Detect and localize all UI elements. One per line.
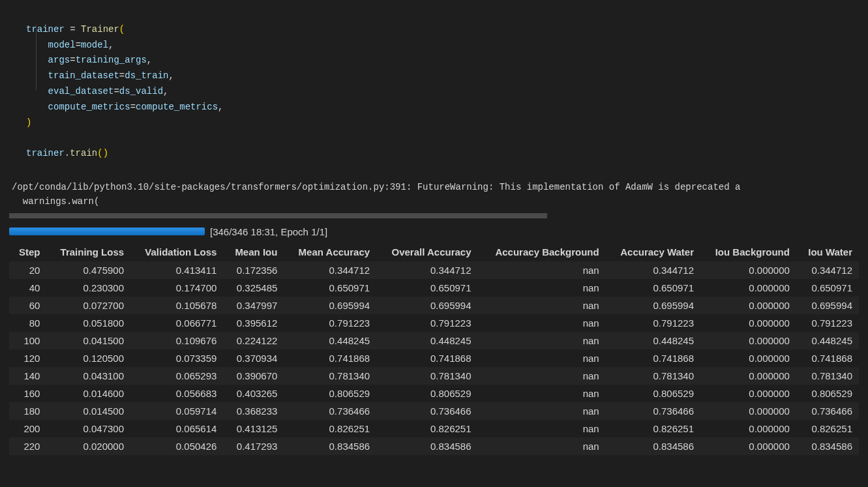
warning-line: /opt/conda/lib/python3.10/site-packages/… — [12, 182, 740, 192]
table-cell: 0.695994 — [606, 297, 700, 314]
table-cell: 0.650971 — [284, 279, 376, 297]
code-token: ( — [119, 24, 125, 35]
table-row: 800.0518000.0667710.3956120.7912230.7912… — [9, 314, 859, 332]
table-row: 2200.0200000.0504260.4172930.8345860.834… — [9, 437, 859, 455]
table-row: 600.0727000.1056780.3479970.6959940.6959… — [9, 297, 859, 314]
table-cell: 60 — [9, 297, 46, 314]
code-token: ) — [26, 117, 31, 128]
warning-output: /opt/conda/lib/python3.10/site-packages/… — [0, 173, 868, 213]
horizontal-scrollbar[interactable] — [0, 213, 868, 218]
table-cell: 0.368233 — [223, 402, 284, 420]
table-cell: 0.014600 — [46, 385, 130, 402]
table-cell: nan — [478, 314, 606, 332]
table-cell: 0.370934 — [223, 349, 284, 367]
table-cell: 0.000000 — [700, 367, 796, 385]
table-cell: 0.448245 — [284, 332, 376, 349]
table-cell: 0.781340 — [606, 367, 700, 385]
output-cell: /opt/conda/lib/python3.10/site-packages/… — [0, 173, 868, 455]
table-cell: 0.000000 — [700, 420, 796, 437]
table-cell: nan — [478, 297, 606, 314]
table-cell: nan — [478, 367, 606, 385]
metrics-table-wrap[interactable]: StepTraining LossValidation LossMean Iou… — [0, 243, 868, 455]
table-cell: 0.736466 — [796, 402, 859, 420]
table-cell: 0.073359 — [130, 349, 223, 367]
table-cell: 0.047300 — [46, 420, 130, 437]
table-cell: 0.791223 — [606, 314, 700, 332]
code-token: = — [76, 40, 81, 50]
table-cell: nan — [478, 261, 606, 279]
table-cell: 0.390670 — [223, 367, 284, 385]
table-cell: nan — [478, 349, 606, 367]
table-header-cell: Accuracy Water — [606, 243, 700, 261]
table-cell: 0.806529 — [376, 385, 477, 402]
table-cell: 80 — [9, 314, 46, 332]
warning-line: warnings.warn( — [12, 196, 99, 207]
table-cell: 0.000000 — [700, 402, 796, 420]
table-cell: 0.834586 — [606, 437, 700, 455]
table-cell: 220 — [9, 437, 46, 455]
table-header-row: StepTraining LossValidation LossMean Iou… — [9, 243, 859, 261]
code-token: . — [65, 148, 70, 158]
table-cell: 0.000000 — [700, 437, 796, 455]
table-cell: 0.448245 — [606, 332, 700, 349]
table-row: 1000.0415000.1096760.2241220.4482450.448… — [9, 332, 859, 349]
code-token: compute_metrics — [48, 102, 130, 112]
table-cell: 0.056683 — [130, 385, 223, 402]
progress-row: [346/346 18:31, Epoch 1/1] — [0, 222, 868, 243]
table-cell: 40 — [9, 279, 46, 297]
table-header-cell: Step — [9, 243, 46, 261]
code-token: eval_dataset — [48, 86, 114, 96]
code-token: args — [48, 55, 70, 65]
table-cell: 0.695994 — [284, 297, 376, 314]
code-token: = — [119, 70, 125, 81]
table-cell: nan — [478, 402, 606, 420]
table-cell: 200 — [9, 420, 46, 437]
scrollbar-thumb[interactable] — [9, 213, 547, 218]
table-cell: 0.417293 — [223, 437, 284, 455]
table-row: 400.2303000.1747000.3254850.6509710.6509… — [9, 279, 859, 297]
table-cell: 0.041500 — [46, 332, 130, 349]
table-cell: 0.448245 — [796, 332, 859, 349]
table-cell: 0.000000 — [700, 279, 796, 297]
code-token: = — [70, 55, 75, 65]
table-cell: 0.741868 — [796, 349, 859, 367]
table-cell: 0.000000 — [700, 297, 796, 314]
table-cell: 0.781340 — [796, 367, 859, 385]
table-cell: 0.736466 — [284, 402, 376, 420]
table-cell: 0.806529 — [796, 385, 859, 402]
indent-guide — [36, 25, 37, 90]
code-token: model — [81, 40, 108, 50]
table-cell: 0.413125 — [223, 420, 284, 437]
table-cell: 0.059714 — [130, 402, 223, 420]
table-cell: 0.736466 — [376, 402, 477, 420]
code-token: train_dataset — [48, 70, 119, 81]
table-cell: 0.065614 — [130, 420, 223, 437]
table-row: 2000.0473000.0656140.4131250.8262510.826… — [9, 420, 859, 437]
code-token: compute_metrics — [136, 102, 218, 112]
code-token: , — [163, 86, 168, 96]
code-token: trainer — [26, 148, 65, 158]
table-row: 200.4759000.4134110.1723560.3447120.3447… — [9, 261, 859, 279]
table-cell: 0.065293 — [130, 367, 223, 385]
code-token: Trainer — [81, 24, 119, 35]
table-cell: 0.806529 — [284, 385, 376, 402]
table-cell: 0.806529 — [606, 385, 700, 402]
table-cell: 0.736466 — [606, 402, 700, 420]
table-cell: 160 — [9, 385, 46, 402]
table-cell: 0.000000 — [700, 261, 796, 279]
table-cell: 0.325485 — [223, 279, 284, 297]
progress-bar — [9, 228, 205, 235]
table-cell: 0.120500 — [46, 349, 130, 367]
table-header-cell: Mean Accuracy — [284, 243, 376, 261]
metrics-table: StepTraining LossValidation LossMean Iou… — [9, 243, 859, 455]
table-header-cell: Overall Accuracy — [376, 243, 477, 261]
table-header-cell: Iou Water — [796, 243, 859, 261]
code-cell[interactable]: trainer = Trainer( model=model, args=tra… — [0, 0, 868, 173]
table-cell: 0.695994 — [376, 297, 477, 314]
table-cell: 0.826251 — [796, 420, 859, 437]
table-cell: nan — [478, 420, 606, 437]
table-cell: 0.014500 — [46, 402, 130, 420]
table-cell: 0.105678 — [130, 297, 223, 314]
table-cell: 0.344712 — [606, 261, 700, 279]
table-cell: 0.834586 — [376, 437, 477, 455]
